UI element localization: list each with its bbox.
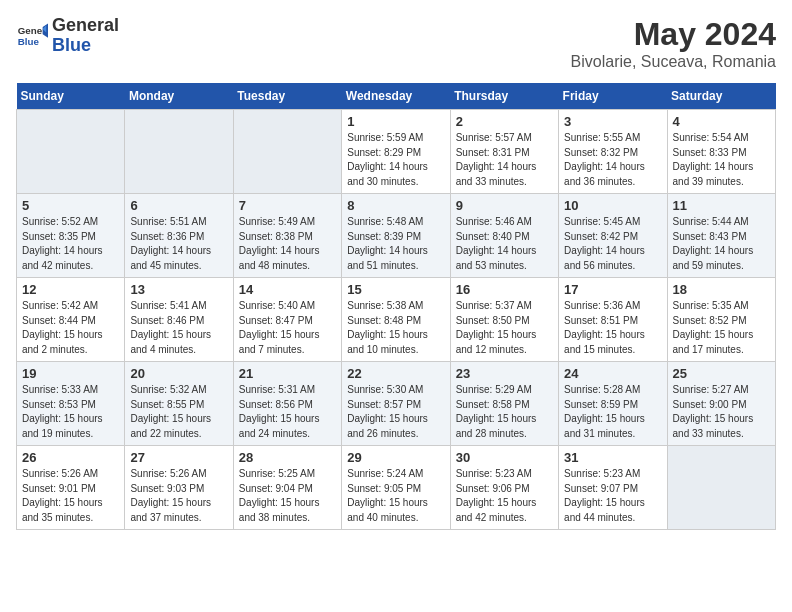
logo-text-blue: Blue <box>52 36 119 56</box>
day-number: 26 <box>22 450 119 465</box>
day-cell <box>125 110 233 194</box>
day-number: 18 <box>673 282 770 297</box>
page-header: General Blue General Blue May 2024 Bivol… <box>16 16 776 71</box>
day-cell: 4Sunrise: 5:54 AMSunset: 8:33 PMDaylight… <box>667 110 775 194</box>
day-detail: Sunrise: 5:44 AMSunset: 8:43 PMDaylight:… <box>673 215 770 273</box>
day-number: 24 <box>564 366 661 381</box>
day-detail: Sunrise: 5:27 AMSunset: 9:00 PMDaylight:… <box>673 383 770 441</box>
day-cell: 9Sunrise: 5:46 AMSunset: 8:40 PMDaylight… <box>450 194 558 278</box>
day-cell: 21Sunrise: 5:31 AMSunset: 8:56 PMDayligh… <box>233 362 341 446</box>
day-number: 12 <box>22 282 119 297</box>
day-cell: 6Sunrise: 5:51 AMSunset: 8:36 PMDaylight… <box>125 194 233 278</box>
day-cell: 2Sunrise: 5:57 AMSunset: 8:31 PMDaylight… <box>450 110 558 194</box>
day-number: 13 <box>130 282 227 297</box>
day-detail: Sunrise: 5:35 AMSunset: 8:52 PMDaylight:… <box>673 299 770 357</box>
day-cell: 17Sunrise: 5:36 AMSunset: 8:51 PMDayligh… <box>559 278 667 362</box>
header-cell-thursday: Thursday <box>450 83 558 110</box>
day-cell <box>233 110 341 194</box>
day-number: 11 <box>673 198 770 213</box>
day-cell <box>667 446 775 530</box>
day-number: 16 <box>456 282 553 297</box>
day-number: 21 <box>239 366 336 381</box>
header-cell-wednesday: Wednesday <box>342 83 450 110</box>
subtitle: Bivolarie, Suceava, Romania <box>571 53 776 71</box>
day-detail: Sunrise: 5:48 AMSunset: 8:39 PMDaylight:… <box>347 215 444 273</box>
day-cell: 10Sunrise: 5:45 AMSunset: 8:42 PMDayligh… <box>559 194 667 278</box>
day-cell: 16Sunrise: 5:37 AMSunset: 8:50 PMDayligh… <box>450 278 558 362</box>
day-detail: Sunrise: 5:29 AMSunset: 8:58 PMDaylight:… <box>456 383 553 441</box>
day-cell: 25Sunrise: 5:27 AMSunset: 9:00 PMDayligh… <box>667 362 775 446</box>
day-cell: 14Sunrise: 5:40 AMSunset: 8:47 PMDayligh… <box>233 278 341 362</box>
day-cell: 18Sunrise: 5:35 AMSunset: 8:52 PMDayligh… <box>667 278 775 362</box>
header-cell-saturday: Saturday <box>667 83 775 110</box>
day-cell: 12Sunrise: 5:42 AMSunset: 8:44 PMDayligh… <box>17 278 125 362</box>
day-number: 22 <box>347 366 444 381</box>
day-detail: Sunrise: 5:36 AMSunset: 8:51 PMDaylight:… <box>564 299 661 357</box>
day-cell: 1Sunrise: 5:59 AMSunset: 8:29 PMDaylight… <box>342 110 450 194</box>
calendar-table: SundayMondayTuesdayWednesdayThursdayFrid… <box>16 83 776 530</box>
day-detail: Sunrise: 5:55 AMSunset: 8:32 PMDaylight:… <box>564 131 661 189</box>
day-detail: Sunrise: 5:24 AMSunset: 9:05 PMDaylight:… <box>347 467 444 525</box>
day-cell: 7Sunrise: 5:49 AMSunset: 8:38 PMDaylight… <box>233 194 341 278</box>
day-number: 25 <box>673 366 770 381</box>
day-detail: Sunrise: 5:30 AMSunset: 8:57 PMDaylight:… <box>347 383 444 441</box>
day-cell: 19Sunrise: 5:33 AMSunset: 8:53 PMDayligh… <box>17 362 125 446</box>
header-cell-tuesday: Tuesday <box>233 83 341 110</box>
day-number: 9 <box>456 198 553 213</box>
day-detail: Sunrise: 5:31 AMSunset: 8:56 PMDaylight:… <box>239 383 336 441</box>
day-detail: Sunrise: 5:33 AMSunset: 8:53 PMDaylight:… <box>22 383 119 441</box>
day-detail: Sunrise: 5:28 AMSunset: 8:59 PMDaylight:… <box>564 383 661 441</box>
day-detail: Sunrise: 5:41 AMSunset: 8:46 PMDaylight:… <box>130 299 227 357</box>
day-cell: 15Sunrise: 5:38 AMSunset: 8:48 PMDayligh… <box>342 278 450 362</box>
svg-text:Blue: Blue <box>18 36 40 47</box>
day-cell: 20Sunrise: 5:32 AMSunset: 8:55 PMDayligh… <box>125 362 233 446</box>
day-cell: 5Sunrise: 5:52 AMSunset: 8:35 PMDaylight… <box>17 194 125 278</box>
day-detail: Sunrise: 5:46 AMSunset: 8:40 PMDaylight:… <box>456 215 553 273</box>
day-number: 17 <box>564 282 661 297</box>
day-detail: Sunrise: 5:51 AMSunset: 8:36 PMDaylight:… <box>130 215 227 273</box>
day-number: 3 <box>564 114 661 129</box>
day-number: 1 <box>347 114 444 129</box>
title-block: May 2024 Bivolarie, Suceava, Romania <box>571 16 776 71</box>
day-cell: 30Sunrise: 5:23 AMSunset: 9:06 PMDayligh… <box>450 446 558 530</box>
day-cell <box>17 110 125 194</box>
day-cell: 28Sunrise: 5:25 AMSunset: 9:04 PMDayligh… <box>233 446 341 530</box>
day-detail: Sunrise: 5:38 AMSunset: 8:48 PMDaylight:… <box>347 299 444 357</box>
day-detail: Sunrise: 5:26 AMSunset: 9:01 PMDaylight:… <box>22 467 119 525</box>
header-cell-monday: Monday <box>125 83 233 110</box>
day-detail: Sunrise: 5:26 AMSunset: 9:03 PMDaylight:… <box>130 467 227 525</box>
day-cell: 11Sunrise: 5:44 AMSunset: 8:43 PMDayligh… <box>667 194 775 278</box>
day-number: 10 <box>564 198 661 213</box>
day-cell: 23Sunrise: 5:29 AMSunset: 8:58 PMDayligh… <box>450 362 558 446</box>
day-detail: Sunrise: 5:32 AMSunset: 8:55 PMDaylight:… <box>130 383 227 441</box>
day-cell: 24Sunrise: 5:28 AMSunset: 8:59 PMDayligh… <box>559 362 667 446</box>
calendar-header: SundayMondayTuesdayWednesdayThursdayFrid… <box>17 83 776 110</box>
day-cell: 22Sunrise: 5:30 AMSunset: 8:57 PMDayligh… <box>342 362 450 446</box>
day-number: 23 <box>456 366 553 381</box>
week-row-2: 5Sunrise: 5:52 AMSunset: 8:35 PMDaylight… <box>17 194 776 278</box>
week-row-4: 19Sunrise: 5:33 AMSunset: 8:53 PMDayligh… <box>17 362 776 446</box>
day-detail: Sunrise: 5:42 AMSunset: 8:44 PMDaylight:… <box>22 299 119 357</box>
day-detail: Sunrise: 5:49 AMSunset: 8:38 PMDaylight:… <box>239 215 336 273</box>
day-number: 29 <box>347 450 444 465</box>
day-number: 5 <box>22 198 119 213</box>
logo-text-general: General <box>52 16 119 36</box>
day-cell: 3Sunrise: 5:55 AMSunset: 8:32 PMDaylight… <box>559 110 667 194</box>
day-number: 2 <box>456 114 553 129</box>
day-detail: Sunrise: 5:40 AMSunset: 8:47 PMDaylight:… <box>239 299 336 357</box>
day-detail: Sunrise: 5:54 AMSunset: 8:33 PMDaylight:… <box>673 131 770 189</box>
day-number: 8 <box>347 198 444 213</box>
day-number: 27 <box>130 450 227 465</box>
day-cell: 27Sunrise: 5:26 AMSunset: 9:03 PMDayligh… <box>125 446 233 530</box>
day-detail: Sunrise: 5:23 AMSunset: 9:06 PMDaylight:… <box>456 467 553 525</box>
day-detail: Sunrise: 5:25 AMSunset: 9:04 PMDaylight:… <box>239 467 336 525</box>
day-detail: Sunrise: 5:57 AMSunset: 8:31 PMDaylight:… <box>456 131 553 189</box>
day-number: 30 <box>456 450 553 465</box>
week-row-3: 12Sunrise: 5:42 AMSunset: 8:44 PMDayligh… <box>17 278 776 362</box>
header-cell-friday: Friday <box>559 83 667 110</box>
logo: General Blue General Blue <box>16 16 119 56</box>
header-row: SundayMondayTuesdayWednesdayThursdayFrid… <box>17 83 776 110</box>
calendar-body: 1Sunrise: 5:59 AMSunset: 8:29 PMDaylight… <box>17 110 776 530</box>
day-detail: Sunrise: 5:23 AMSunset: 9:07 PMDaylight:… <box>564 467 661 525</box>
week-row-5: 26Sunrise: 5:26 AMSunset: 9:01 PMDayligh… <box>17 446 776 530</box>
